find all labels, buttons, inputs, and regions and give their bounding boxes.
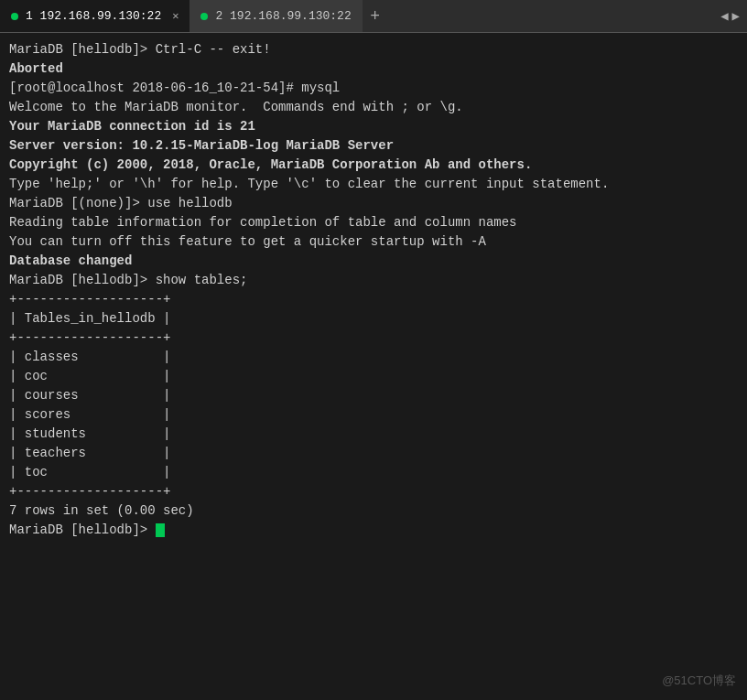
terminal-line: MariaDB [hellodb]>: [9, 521, 738, 540]
terminal-line: +-------------------+: [9, 482, 738, 501]
tab-1-dot: [11, 13, 18, 20]
terminal: MariaDB [hellodb]> Ctrl-C -- exit!Aborte…: [0, 33, 747, 700]
terminal-line: Server version: 10.2.15-MariaDB-log Mari…: [9, 136, 738, 156]
terminal-line: | Tables_in_hellodb |: [9, 309, 738, 328]
tab-1-label: 1 192.168.99.130:22: [26, 9, 161, 23]
terminal-cursor: [156, 523, 165, 537]
terminal-line: | courses |: [9, 386, 738, 405]
terminal-line: Aborted: [9, 59, 738, 79]
terminal-line: Copyright (c) 2000, 2018, Oracle, MariaD…: [9, 156, 738, 175]
terminal-line: | scores |: [9, 405, 738, 425]
terminal-line: | coc |: [9, 367, 738, 386]
tab-1[interactable]: 1 192.168.99.130:22 ✕: [0, 0, 189, 32]
terminal-line: You can turn off this feature to get a q…: [9, 232, 738, 252]
tab-nav-arrows: ◀ ▶: [720, 8, 740, 24]
terminal-line: Reading table information for completion…: [9, 213, 738, 232]
tab-1-close[interactable]: ✕: [172, 9, 179, 23]
terminal-line: Welcome to the MariaDB monitor. Commands…: [9, 98, 738, 117]
terminal-line: Your MariaDB connection id is 21: [9, 117, 738, 136]
tab-nav-right[interactable]: ▶: [732, 8, 740, 24]
tab-bar: 1 192.168.99.130:22 ✕ 2 192.168.99.130:2…: [0, 0, 747, 33]
terminal-line: | classes |: [9, 348, 738, 367]
terminal-line: | teachers |: [9, 444, 738, 463]
tab-2[interactable]: 2 192.168.99.130:22: [189, 0, 362, 32]
tab-2-label: 2 192.168.99.130:22: [215, 9, 351, 23]
terminal-line: Type 'help;' or '\h' for help. Type '\c'…: [9, 175, 738, 194]
terminal-line: MariaDB [hellodb]> show tables;: [9, 271, 738, 290]
terminal-line: MariaDB [hellodb]> Ctrl-C -- exit!: [9, 40, 738, 59]
tab-2-dot: [200, 13, 208, 20]
terminal-line: 7 rows in set (0.00 sec): [9, 501, 738, 521]
watermark: @51CTO博客: [662, 673, 736, 689]
terminal-line: +-------------------+: [9, 328, 738, 348]
terminal-line: MariaDB [(none)]> use hellodb: [9, 194, 738, 213]
tab-add-button[interactable]: +: [363, 4, 388, 29]
terminal-line: | toc |: [9, 463, 738, 482]
terminal-line: Database changed: [9, 252, 738, 271]
terminal-line: [root@localhost 2018-06-16_10-21-54]# my…: [9, 79, 738, 98]
tab-nav-left[interactable]: ◀: [720, 8, 728, 24]
terminal-line: +-------------------+: [9, 290, 738, 309]
terminal-line: | students |: [9, 425, 738, 444]
